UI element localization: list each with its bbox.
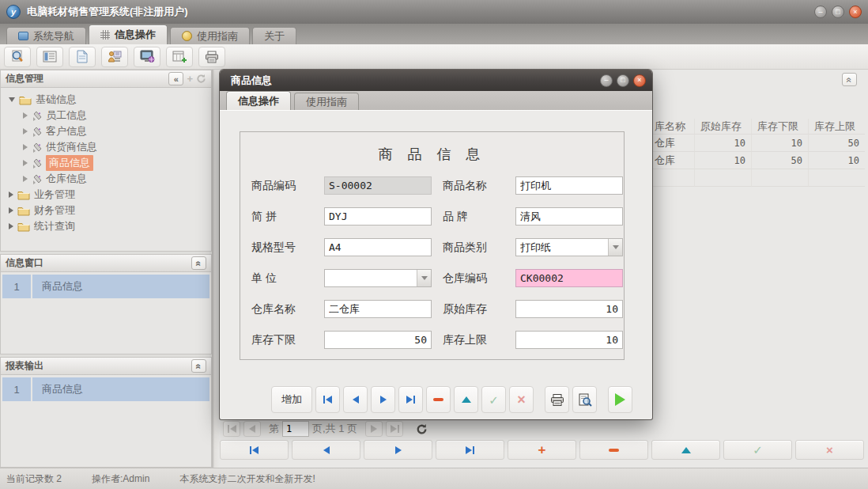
tree-item-basic-info[interactable]: 基础信息 — [1, 92, 211, 108]
expand-arrow-icon[interactable] — [23, 176, 28, 182]
page-first-button[interactable] — [223, 421, 240, 437]
table-cell[interactable]: 50 — [808, 135, 865, 152]
table-cell[interactable]: 50 — [751, 152, 808, 169]
table-cell[interactable]: 仓库 — [648, 152, 694, 169]
record-last-button[interactable] — [436, 440, 504, 460]
initial-stock-field[interactable] — [515, 300, 623, 318]
page-prev-button[interactable] — [243, 421, 261, 437]
print-button[interactable] — [545, 386, 569, 413]
table-cell[interactable]: 10 — [694, 135, 751, 152]
page-last-button[interactable] — [386, 421, 403, 437]
expand-arrow-icon[interactable] — [9, 191, 13, 198]
record-cancel-button[interactable]: × — [795, 440, 864, 460]
collapse-up-button[interactable]: « — [191, 359, 206, 373]
warehouse-code-field[interactable] — [515, 269, 623, 287]
expand-arrow-icon[interactable] — [9, 223, 13, 229]
panel-report-output: 报表输出 « 1 商品信息 — [0, 357, 212, 468]
search-doc-button[interactable] — [4, 47, 31, 67]
dropdown-button[interactable] — [608, 239, 622, 256]
warehouse-name-field[interactable] — [324, 300, 432, 318]
product-code-field[interactable] — [324, 176, 432, 195]
cancel-button[interactable]: × — [509, 386, 534, 413]
tree-item-customer-info[interactable]: 客户信息 — [1, 123, 211, 139]
category-select[interactable]: 打印纸 — [515, 238, 623, 256]
expand-arrow-icon[interactable] — [9, 207, 13, 214]
table-add-button[interactable] — [166, 47, 193, 67]
expand-arrow-icon[interactable] — [23, 160, 28, 166]
page-number-input[interactable] — [282, 421, 309, 437]
collapse-up-button[interactable]: « — [842, 73, 857, 86]
tab-about[interactable]: 关于 — [252, 27, 296, 44]
pinyin-field[interactable] — [324, 207, 432, 226]
dropdown-button[interactable] — [417, 270, 431, 286]
printer-toolbar-button[interactable] — [198, 47, 225, 67]
minimize-button[interactable]: – — [814, 6, 827, 18]
tree-item-employee-info[interactable]: 员工信息 — [1, 108, 211, 123]
tree-item-stats-query[interactable]: 统计查询 — [1, 218, 211, 234]
tree-item-warehouse-info[interactable]: 仓库信息 — [1, 171, 211, 187]
first-record-button[interactable] — [315, 386, 340, 413]
tab-user-guide[interactable]: 使用指南 — [170, 27, 250, 44]
unit-select[interactable] — [324, 269, 432, 287]
dialog-titlebar[interactable]: 商品信息 – □ × — [220, 70, 652, 91]
chevron-down-icon — [613, 245, 619, 249]
tab-system-nav[interactable]: 系统导航 — [6, 27, 86, 44]
tree-item-supplier-info[interactable]: 供货商信息 — [1, 139, 211, 155]
edit-record-button[interactable] — [454, 386, 478, 413]
expand-arrow-icon[interactable] — [23, 112, 28, 119]
user-report-button[interactable] — [101, 47, 128, 67]
table-cell[interactable]: 10 — [751, 135, 808, 152]
record-prev-button[interactable] — [292, 440, 360, 460]
dialog-minimize-button[interactable]: – — [600, 74, 613, 87]
delete-record-button[interactable] — [426, 386, 451, 413]
maximize-button[interactable]: □ — [832, 6, 844, 18]
dialog-tab-user-guide[interactable]: 使用指南 — [294, 93, 359, 110]
confirm-button[interactable]: ✓ — [481, 386, 506, 413]
dialog-maximize-button[interactable]: □ — [617, 74, 629, 87]
spec-field[interactable] — [324, 238, 432, 256]
add-record-button[interactable]: 增加 — [271, 386, 312, 413]
tab-info-operation[interactable]: 信息操作 — [89, 25, 168, 44]
table-cell[interactable]: 10 — [808, 152, 865, 169]
info-window-item[interactable]: 1 商品信息 — [2, 275, 209, 298]
expand-arrow-icon[interactable] — [23, 128, 28, 135]
record-confirm-button[interactable]: ✓ — [723, 440, 792, 460]
run-button[interactable] — [608, 386, 632, 413]
col-header[interactable]: 原始库存 — [694, 119, 751, 135]
dialog-tab-info-operation[interactable]: 信息操作 — [226, 91, 291, 110]
document-button[interactable] — [69, 47, 96, 67]
table-cell[interactable]: 仓库 — [648, 135, 694, 152]
next-record-button[interactable] — [371, 386, 395, 413]
expand-arrow-icon[interactable] — [9, 97, 15, 102]
col-header[interactable]: 库存下限 — [751, 119, 808, 135]
record-first-button[interactable] — [220, 440, 289, 460]
form-view-button[interactable] — [36, 47, 63, 67]
record-edit-button[interactable] — [651, 440, 720, 460]
col-header[interactable]: 库存上限 — [808, 119, 865, 135]
stock-lower-field[interactable] — [324, 331, 432, 349]
dialog-close-button[interactable]: × — [633, 74, 646, 87]
tree-item-product-info[interactable]: 商品信息 — [1, 155, 211, 171]
close-button[interactable]: × — [849, 6, 862, 18]
product-name-field[interactable] — [515, 176, 623, 195]
report-output-item[interactable]: 1 商品信息 — [2, 377, 209, 401]
page-refresh-button[interactable] — [413, 421, 430, 437]
collapse-up-button[interactable]: « — [191, 256, 206, 270]
monitor-web-button[interactable] — [134, 47, 160, 67]
stock-upper-field[interactable] — [515, 331, 623, 349]
table-cell[interactable]: 10 — [694, 152, 751, 169]
print-preview-button[interactable] — [572, 386, 597, 413]
sidebar-splitter[interactable] — [212, 70, 220, 468]
record-next-button[interactable] — [364, 440, 432, 460]
page-next-button[interactable] — [365, 421, 383, 437]
brand-field[interactable] — [515, 207, 623, 226]
expand-arrow-icon[interactable] — [23, 144, 28, 150]
record-delete-button[interactable] — [579, 440, 648, 460]
record-add-button[interactable]: + — [508, 440, 576, 460]
last-record-button[interactable] — [398, 386, 423, 413]
tree-item-business-manage[interactable]: 业务管理 — [1, 187, 211, 203]
prev-record-button[interactable] — [343, 386, 368, 413]
collapse-left-button[interactable]: « — [168, 72, 183, 85]
col-header[interactable]: 库名称 — [648, 119, 694, 135]
tree-item-finance-manage[interactable]: 财务管理 — [1, 203, 211, 218]
